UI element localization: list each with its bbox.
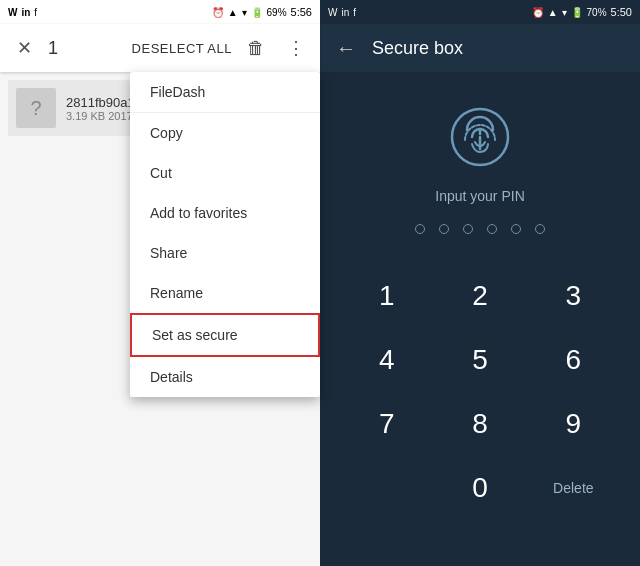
close-button[interactable]: ✕ <box>8 32 40 64</box>
screen-title: Secure box <box>372 38 463 59</box>
num-btn-7[interactable]: 7 <box>340 392 433 456</box>
left-panel: W in f ⏰ ▲ ▾ 🔋 69% 5:56 ✕ 1 DESELECT ALL… <box>0 0 320 566</box>
battery-icon-right: 🔋 <box>571 7 583 18</box>
menu-header: FileDash <box>130 72 320 113</box>
secure-content: Input your PIN 1 2 3 4 5 6 7 8 9 0 Delet… <box>320 72 640 566</box>
delete-button-numpad[interactable]: Delete <box>527 456 620 520</box>
menu-item-set-secure[interactable]: Set as secure <box>130 313 320 357</box>
num-btn-2[interactable]: 2 <box>433 264 526 328</box>
pin-dot-3 <box>463 224 473 234</box>
menu-item-copy[interactable]: Copy <box>130 113 320 153</box>
status-right-left: ⏰ ▲ ▾ 🔋 69% 5:56 <box>212 6 312 18</box>
battery-percent: 69% <box>267 7 287 18</box>
menu-item-details[interactable]: Details <box>130 357 320 397</box>
battery-icon: 🔋 <box>251 7 263 18</box>
status-icons-right: ⏰ ▲ ▾ 🔋 70% 5:50 <box>532 6 632 18</box>
menu-item-share[interactable]: Share <box>130 233 320 273</box>
back-button[interactable]: ← <box>336 37 356 60</box>
pin-dot-5 <box>511 224 521 234</box>
menu-item-cut[interactable]: Cut <box>130 153 320 193</box>
num-btn-empty <box>340 456 433 520</box>
selection-count: 1 <box>48 38 124 59</box>
time-right: 5:50 <box>611 6 632 18</box>
file-thumbnail: ? <box>16 88 56 128</box>
numpad: 1 2 3 4 5 6 7 8 9 0 Delete <box>340 264 620 520</box>
pin-dots <box>415 224 545 234</box>
deselect-all-button[interactable]: DESELECT ALL <box>132 41 232 56</box>
alarm-icon: ⏰ <box>212 7 224 18</box>
right-panel: W in f ⏰ ▲ ▾ 🔋 70% 5:50 ← Secure box <box>320 0 640 566</box>
linkedin-icon-right: in <box>341 7 349 18</box>
whatsapp-icon: W <box>8 7 17 18</box>
pin-dot-2 <box>439 224 449 234</box>
fingerprint-icon[interactable] <box>445 102 515 172</box>
toolbar-right: ← Secure box <box>320 24 640 72</box>
linkedin-icon: in <box>21 7 30 18</box>
battery-percent-right: 70% <box>587 7 607 18</box>
alarm-icon-right: ⏰ <box>532 7 544 18</box>
file-icon: f <box>34 7 37 18</box>
input-prompt: Input your PIN <box>435 188 525 204</box>
more-options-button[interactable]: ⋮ <box>280 32 312 64</box>
signal-icon: ▲ <box>228 7 238 18</box>
status-left-icons: W in f <box>8 7 37 18</box>
status-bar-left: W in f ⏰ ▲ ▾ 🔋 69% 5:56 <box>0 0 320 24</box>
status-right-apps: W in f <box>328 7 356 18</box>
pin-dot-1 <box>415 224 425 234</box>
wifi-icon-right: ▾ <box>562 7 567 18</box>
num-btn-1[interactable]: 1 <box>340 264 433 328</box>
pin-dot-4 <box>487 224 497 234</box>
num-btn-0[interactable]: 0 <box>433 456 526 520</box>
context-menu: FileDash Copy Cut Add to favorites Share… <box>130 72 320 397</box>
signal-icon-right: ▲ <box>548 7 558 18</box>
delete-button[interactable]: 🗑 <box>240 32 272 64</box>
menu-item-rename[interactable]: Rename <box>130 273 320 313</box>
status-bar-right: W in f ⏰ ▲ ▾ 🔋 70% 5:50 <box>320 0 640 24</box>
num-btn-9[interactable]: 9 <box>527 392 620 456</box>
num-btn-8[interactable]: 8 <box>433 392 526 456</box>
menu-item-add-favorites[interactable]: Add to favorites <box>130 193 320 233</box>
wifi-icon: ▾ <box>242 7 247 18</box>
whatsapp-icon-right: W <box>328 7 337 18</box>
num-btn-4[interactable]: 4 <box>340 328 433 392</box>
file-icon-right: f <box>353 7 356 18</box>
time-left: 5:56 <box>291 6 312 18</box>
toolbar-left: ✕ 1 DESELECT ALL 🗑 ⋮ <box>0 24 320 72</box>
num-btn-5[interactable]: 5 <box>433 328 526 392</box>
pin-dot-6 <box>535 224 545 234</box>
num-btn-3[interactable]: 3 <box>527 264 620 328</box>
num-btn-6[interactable]: 6 <box>527 328 620 392</box>
